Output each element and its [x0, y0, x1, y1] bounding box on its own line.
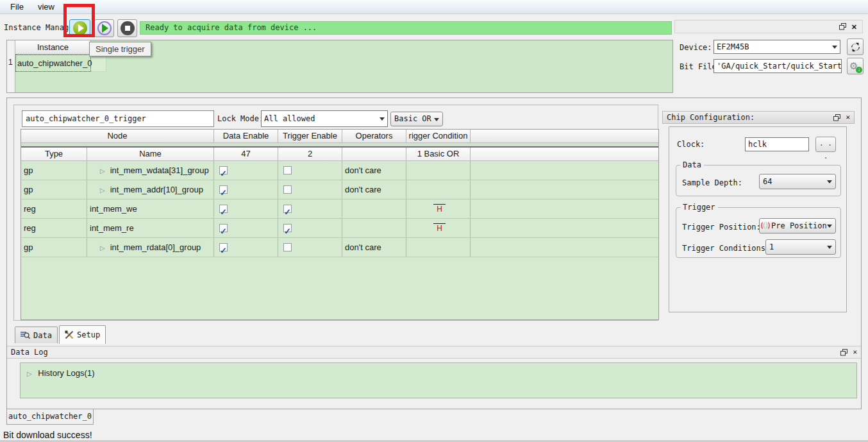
menu-view[interactable]: view — [31, 1, 61, 13]
expand-icon[interactable]: ▷ — [27, 370, 32, 377]
main-panel: auto_chipwatcher_0_trigger Lock Mode: Al… — [6, 98, 862, 409]
device-panel-titlebar: ✕ — [674, 20, 863, 33]
node-name: int_mem_we — [87, 200, 214, 218]
tab-setup[interactable]: Setup — [59, 325, 106, 344]
instance-column-header: Instance — [15, 40, 91, 55]
row-number-gutter: 1 — [7, 40, 15, 92]
data-group-label: Data — [680, 160, 704, 169]
data-enable-checkbox[interactable] — [219, 205, 228, 213]
col-node[interactable]: Node — [21, 130, 214, 142]
refresh-device-button[interactable] — [847, 38, 864, 55]
menu-file[interactable]: File — [4, 1, 30, 13]
condition-count: 1 Basic OR — [406, 148, 471, 160]
expand-icon[interactable]: ▷ — [100, 244, 105, 251]
node-type: gp — [21, 180, 87, 199]
chevron-down-icon — [380, 117, 385, 121]
operator-cell[interactable]: don't care — [342, 161, 406, 180]
trigger-position-label: Trigger Position: — [682, 223, 761, 232]
col-type[interactable]: Type — [21, 148, 87, 160]
data-enable-checkbox[interactable] — [219, 166, 228, 174]
trigger-enable-count: 2 — [278, 148, 342, 160]
table-sub-header: Type Name 47 2 1 Basic OR — [21, 148, 658, 161]
condition-cell[interactable]: H — [433, 223, 446, 234]
trigger-conditions-select[interactable]: 1 — [765, 239, 836, 255]
condition-cell[interactable]: H — [433, 204, 446, 214]
device-select[interactable]: EF2M45B — [714, 40, 840, 54]
acquire-status: Ready to acquire data from device ... — [140, 21, 672, 35]
close-icon[interactable]: ✕ — [853, 349, 857, 355]
data-enable-checkbox[interactable] — [219, 185, 228, 194]
table-group-header: Node Data Enable Trigger Enable Operator… — [21, 130, 658, 143]
node-type: gp — [21, 238, 87, 257]
trigger-group-label: Trigger — [680, 203, 718, 212]
operator-cell[interactable]: don't care — [342, 180, 406, 199]
stop-icon — [121, 21, 135, 35]
trigger-enable-checkbox[interactable] — [283, 166, 292, 174]
node-type: gp — [21, 161, 87, 180]
trigger-mode-select[interactable]: Basic OR — [390, 112, 443, 126]
table-row[interactable]: gp ▷int_mem_wdata[31]_group don't care — [21, 161, 658, 180]
data-enable-checkbox[interactable] — [219, 243, 228, 251]
stop-button[interactable] — [117, 19, 137, 37]
col-name[interactable]: Name — [87, 148, 214, 160]
data-log-title: Data Log — [11, 346, 48, 358]
download-bit-button[interactable]: ⚙ ↓ — [847, 58, 864, 74]
trigger-enable-checkbox[interactable] — [283, 243, 292, 251]
expand-icon[interactable]: ▷ — [100, 167, 105, 174]
sample-depth-label: Sample Depth: — [682, 178, 742, 187]
col-operators[interactable]: Operators — [342, 130, 406, 142]
trigger-position-select[interactable]: Pre Position — [759, 218, 836, 234]
continuous-trigger-button[interactable] — [94, 19, 114, 37]
instance-bottom-tab[interactable]: auto_chipwatcher_0 — [6, 409, 94, 425]
trigger-name-input[interactable]: auto_chipwatcher_0_trigger — [22, 110, 214, 127]
chevron-down-icon — [832, 46, 837, 49]
status-message: Bit download success! — [3, 430, 92, 440]
trigger-conditions-label: Trigger Conditions — [682, 244, 765, 253]
instance-row[interactable]: auto_chipwatcher_0 — [15, 55, 91, 72]
close-icon[interactable]: ✕ — [846, 114, 850, 121]
data-enable-count: 47 — [214, 148, 278, 160]
node-type: reg — [21, 219, 87, 237]
chevron-down-icon — [827, 246, 832, 249]
history-logs-item[interactable]: History Logs(1) — [38, 368, 94, 378]
tab-data[interactable]: Data — [15, 327, 58, 343]
sample-depth-select[interactable]: 64 — [759, 174, 836, 189]
col-trigger-enable[interactable]: Trigger Enable — [278, 130, 342, 142]
clock-input[interactable]: hclk — [745, 137, 809, 151]
operator-cell[interactable]: don't care — [342, 238, 406, 257]
table-row[interactable]: reg int_mem_we H — [21, 200, 658, 219]
data-log-titlebar: Data Log ✕ — [7, 346, 861, 359]
table-row[interactable]: reg int_mem_re H — [21, 219, 658, 238]
node-name: ▷int_mem_rdata[0]_group — [87, 238, 214, 257]
trigger-enable-checkbox[interactable] — [283, 185, 292, 194]
col-data-enable[interactable]: Data Enable — [214, 130, 278, 142]
table-row[interactable]: gp ▷int_mem_rdata[0]_group don't care — [21, 238, 658, 257]
operator-cell[interactable] — [342, 219, 406, 237]
data-enable-checkbox[interactable] — [219, 224, 228, 232]
float-panel-icon[interactable] — [840, 349, 847, 356]
node-type: reg — [21, 200, 87, 218]
bitfile-input[interactable]: 'GA/quick_Start/quick_Start.bit — [714, 59, 842, 73]
chevron-down-icon — [434, 118, 439, 121]
trigger-enable-checkbox[interactable] — [283, 205, 292, 213]
status-bar: Bit download success! — [0, 426, 868, 442]
menu-bar: File view — [0, 0, 868, 14]
table-empty-area — [21, 257, 658, 320]
instance-extra-cell — [91, 55, 106, 72]
clock-browse-button[interactable]: . . . — [815, 137, 836, 152]
expand-icon[interactable]: ▷ — [100, 187, 105, 194]
trigger-enable-checkbox[interactable] — [283, 224, 292, 232]
play-ring-icon — [97, 21, 112, 35]
table-row[interactable]: gp ▷int_mem_addr[10]_group don't care — [21, 180, 658, 200]
float-panel-icon[interactable] — [839, 23, 846, 30]
operator-cell[interactable] — [342, 200, 406, 218]
gear-download-icon: ⚙ ↓ — [849, 60, 861, 72]
col-trigger-condition[interactable]: rigger Condition — [406, 130, 471, 142]
lock-mode-select[interactable]: All allowed — [261, 110, 388, 127]
single-trigger-tooltip: Single trigger — [89, 42, 151, 56]
waveform-position-icon — [761, 222, 770, 229]
refresh-icon — [850, 42, 861, 53]
clock-label: Clock: — [677, 140, 705, 149]
close-icon[interactable]: ✕ — [851, 24, 857, 30]
float-panel-icon[interactable] — [833, 114, 840, 121]
